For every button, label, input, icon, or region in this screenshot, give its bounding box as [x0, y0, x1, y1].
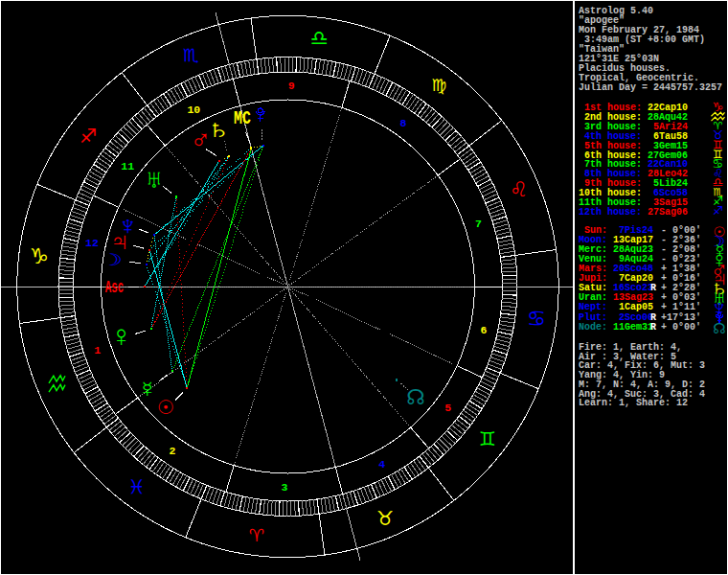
svg-text:+ 0°00': + 0°00'	[661, 322, 701, 333]
svg-text:♊︎: ♊︎	[479, 428, 496, 449]
svg-text:♍︎: ♍︎	[432, 76, 447, 95]
svg-text:♅︎: ♅︎	[145, 164, 164, 194]
svg-text:♏︎: ♏︎	[183, 45, 199, 65]
svg-text:8: 8	[400, 117, 407, 129]
svg-text:11Gem31: 11Gem31	[613, 322, 653, 333]
svg-text:4: 4	[378, 458, 385, 471]
svg-text:♑︎: ♑︎	[30, 244, 49, 268]
svg-text:♋︎: ♋︎	[527, 307, 546, 331]
svg-text:2: 2	[170, 445, 176, 457]
svg-text:☊︎: ☊︎	[713, 320, 725, 336]
svg-text:♌︎: ♌︎	[510, 178, 528, 200]
svg-text:R: R	[650, 322, 656, 333]
svg-text:Learn: 1, Share: 12: Learn: 1, Share: 12	[579, 398, 688, 408]
svg-text:♓︎: ♓︎	[127, 475, 145, 497]
svg-text:12: 12	[85, 237, 99, 249]
svg-text:3: 3	[281, 481, 287, 494]
svg-text:27Sag06: 27Sag06	[648, 207, 688, 218]
svg-text:5: 5	[444, 402, 451, 414]
svg-text:♎︎: ♎︎	[310, 27, 329, 50]
svg-text:♉︎: ♉︎	[376, 507, 394, 529]
svg-text:☊︎: ☊︎	[406, 385, 424, 409]
svg-text:♀︎: ♀︎	[110, 319, 132, 353]
svg-text:♈︎: ♈︎	[249, 526, 264, 545]
svg-text:MC: MC	[234, 108, 251, 128]
svg-text:♑︎: ♑︎	[713, 100, 724, 114]
svg-text:6: 6	[481, 324, 488, 336]
svg-text:♐︎: ♐︎	[80, 125, 97, 147]
svg-text:1: 1	[94, 344, 101, 356]
svg-text:☿︎: ☿︎	[137, 377, 159, 401]
svg-text:Node:: Node:	[579, 322, 607, 333]
svg-text:Asc: Asc	[105, 278, 124, 296]
svg-text:11: 11	[121, 160, 134, 172]
svg-text:☉︎: ☉︎	[157, 397, 174, 418]
svg-text:♄︎: ♄︎	[205, 114, 234, 144]
svg-text:♆︎: ♆︎	[118, 211, 138, 241]
svg-text:10: 10	[187, 104, 200, 116]
svg-text:Julian Day = 2445757.3257: Julian Day = 2445757.3257	[579, 82, 722, 93]
svg-text:9: 9	[288, 80, 295, 92]
svg-text:12th house:: 12th house:	[579, 207, 642, 218]
svg-text:♐︎: ♐︎	[713, 204, 723, 218]
svg-text:7: 7	[475, 218, 482, 230]
